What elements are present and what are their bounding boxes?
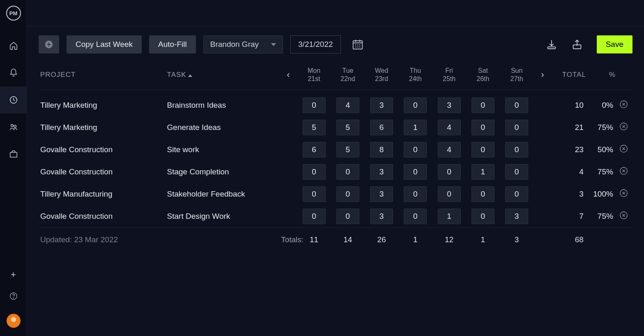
toolbar: Copy Last Week Auto-Fill Brandon Gray 3/… (27, 26, 644, 59)
hour-input[interactable] (370, 209, 393, 224)
export-button[interactable] (571, 39, 583, 50)
header-day-5: Sat26th (466, 59, 500, 90)
hour-input[interactable] (505, 97, 528, 113)
hour-input[interactable] (303, 164, 326, 180)
table-row: Tillery ManufacturingStakeholder Feedbac… (39, 183, 632, 205)
hour-input[interactable] (438, 142, 461, 158)
hour-input[interactable] (438, 120, 461, 135)
logo: PM (6, 6, 21, 21)
hour-input[interactable] (370, 142, 393, 158)
bell-icon (9, 68, 18, 77)
next-week-button[interactable]: › (541, 70, 544, 80)
hour-input[interactable] (438, 164, 461, 180)
day-total-6: 3 (500, 228, 534, 252)
sidebar: PM + (0, 0, 27, 336)
hour-input[interactable] (370, 120, 393, 135)
header-project[interactable]: PROJECT (39, 59, 166, 90)
date-input[interactable]: 3/21/2022 (290, 35, 341, 53)
hour-input[interactable] (472, 142, 494, 158)
row-percent: 0% (588, 90, 617, 117)
table-row: Govalle ConstructionStart Design Work775… (39, 205, 632, 228)
hour-input[interactable] (303, 97, 326, 113)
hour-input[interactable] (472, 164, 494, 180)
hour-input[interactable] (303, 142, 326, 158)
hour-input[interactable] (303, 209, 326, 224)
header-total[interactable]: TOTAL (551, 59, 587, 90)
hour-input[interactable] (505, 186, 528, 202)
hour-input[interactable] (404, 186, 427, 202)
hour-input[interactable] (336, 142, 359, 158)
task-cell: Start Design Work (166, 205, 280, 228)
date-value: 3/21/2022 (298, 40, 333, 49)
hour-input[interactable] (336, 164, 359, 180)
hour-input[interactable] (438, 97, 461, 113)
hour-input[interactable] (336, 97, 359, 113)
chevron-down-icon (271, 43, 276, 46)
avatar[interactable] (7, 314, 21, 328)
save-button[interactable]: Save (597, 35, 632, 53)
hour-input[interactable] (505, 142, 528, 158)
user-select[interactable]: Brandon Gray (203, 35, 283, 53)
project-cell: Govalle Construction (39, 139, 166, 161)
hour-input[interactable] (472, 209, 494, 224)
hour-input[interactable] (505, 120, 528, 135)
day-total-4: 12 (432, 228, 466, 252)
prev-week-button[interactable]: ‹ (287, 70, 290, 80)
delete-row-button[interactable] (619, 191, 628, 199)
auto-fill-button[interactable]: Auto-Fill (149, 35, 196, 53)
header-task[interactable]: TASK (166, 59, 280, 90)
project-cell: Tillery Manufacturing (39, 183, 166, 205)
table-row: Govalle ConstructionStage Completion475% (39, 161, 632, 183)
hour-input[interactable] (336, 120, 359, 135)
row-total: 4 (551, 161, 587, 183)
hour-input[interactable] (505, 164, 528, 180)
hour-input[interactable] (370, 186, 393, 202)
hour-input[interactable] (370, 97, 393, 113)
header-percent[interactable]: % (588, 59, 617, 90)
user-select-value: Brandon Gray (210, 40, 259, 49)
help-button[interactable] (9, 292, 18, 302)
add-button[interactable]: + (11, 269, 16, 280)
hour-input[interactable] (472, 186, 494, 202)
delete-row-button[interactable] (619, 124, 628, 133)
hour-input[interactable] (303, 186, 326, 202)
close-circle-icon (619, 122, 628, 131)
hour-input[interactable] (404, 142, 427, 158)
day-total-2: 26 (365, 228, 398, 252)
calendar-button[interactable] (352, 38, 364, 51)
task-cell: Stage Completion (166, 161, 280, 183)
delete-row-button[interactable] (619, 146, 628, 155)
row-percent: 100% (588, 183, 617, 205)
hour-input[interactable] (438, 186, 461, 202)
table-row: Tillery MarketingGenerate Ideas2175% (39, 116, 632, 139)
sort-asc-icon (188, 74, 192, 77)
delete-row-button[interactable] (619, 213, 628, 222)
row-percent: 75% (588, 205, 617, 228)
hour-input[interactable] (472, 97, 494, 113)
hour-input[interactable] (404, 120, 427, 135)
nav-home[interactable] (0, 32, 27, 59)
nav-timesheet[interactable] (0, 86, 27, 114)
copy-last-week-button[interactable]: Copy Last Week (67, 35, 142, 53)
hour-input[interactable] (404, 164, 427, 180)
users-icon (9, 123, 18, 132)
header-day-0: Mon21st (297, 59, 331, 90)
delete-row-button[interactable] (619, 102, 628, 111)
hour-input[interactable] (505, 209, 528, 224)
nav-notifications[interactable] (0, 59, 27, 86)
day-total-3: 1 (398, 228, 432, 252)
add-row-button[interactable] (39, 35, 59, 53)
delete-row-button[interactable] (619, 169, 628, 177)
hour-input[interactable] (404, 209, 427, 224)
hour-input[interactable] (438, 209, 461, 224)
hour-input[interactable] (370, 164, 393, 180)
main: Copy Last Week Auto-Fill Brandon Gray 3/… (27, 0, 644, 336)
hour-input[interactable] (472, 120, 494, 135)
hour-input[interactable] (303, 120, 326, 135)
hour-input[interactable] (336, 209, 359, 224)
nav-projects[interactable] (0, 141, 27, 168)
nav-team[interactable] (0, 114, 27, 141)
hour-input[interactable] (336, 186, 359, 202)
hour-input[interactable] (404, 97, 427, 113)
import-button[interactable] (546, 39, 557, 50)
